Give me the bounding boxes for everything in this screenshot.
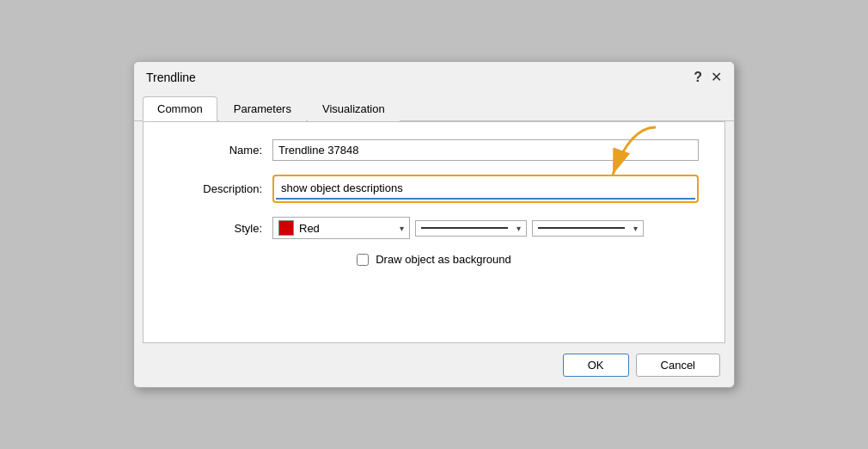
background-checkbox-row: Draw object as background xyxy=(169,253,699,266)
line-width-chevron-icon: ▾ xyxy=(633,224,638,233)
description-label: Description: xyxy=(169,182,272,195)
close-button[interactable]: ✕ xyxy=(711,69,722,85)
line-chevron-icon: ▾ xyxy=(517,224,521,233)
dialog-footer: OK Cancel xyxy=(134,343,734,387)
name-input[interactable] xyxy=(272,139,699,161)
background-checkbox-label: Draw object as background xyxy=(376,253,511,266)
line-width-dropdown[interactable]: ▾ xyxy=(532,220,644,237)
title-bar: Trendline ? ✕ xyxy=(134,62,734,92)
ok-button[interactable]: OK xyxy=(563,354,629,377)
title-bar-controls: ? ✕ xyxy=(694,69,722,85)
tab-bar: Common Parameters Visualization xyxy=(134,95,734,121)
color-dropdown[interactable]: Red ▾ xyxy=(272,217,410,239)
color-chevron-icon: ▾ xyxy=(400,224,404,233)
help-button[interactable]: ? xyxy=(694,70,702,85)
description-input[interactable] xyxy=(276,178,695,200)
tab-visualization[interactable]: Visualization xyxy=(308,96,400,121)
tab-common[interactable]: Common xyxy=(143,96,217,121)
trendline-dialog: Trendline ? ✕ Common Parameters Visualiz… xyxy=(133,61,735,388)
dialog-title: Trendline xyxy=(146,71,196,84)
tab-parameters[interactable]: Parameters xyxy=(219,96,306,121)
style-label: Style: xyxy=(169,222,272,235)
name-row: Name: xyxy=(169,139,699,161)
background-checkbox[interactable] xyxy=(357,254,369,266)
tab-content-common: Name: Description: Style: xyxy=(143,121,725,343)
cancel-button[interactable]: Cancel xyxy=(636,354,720,377)
line-style-dropdown[interactable]: ▾ xyxy=(415,220,527,237)
name-label: Name: xyxy=(169,144,272,157)
style-row: Style: Red ▾ ▾ ▾ xyxy=(169,217,699,239)
line-preview xyxy=(421,227,508,229)
color-name: Red xyxy=(299,222,320,235)
color-swatch xyxy=(278,220,294,236)
description-wrapper xyxy=(272,175,699,203)
description-row: Description: xyxy=(169,175,699,203)
line-width-preview xyxy=(538,227,625,229)
